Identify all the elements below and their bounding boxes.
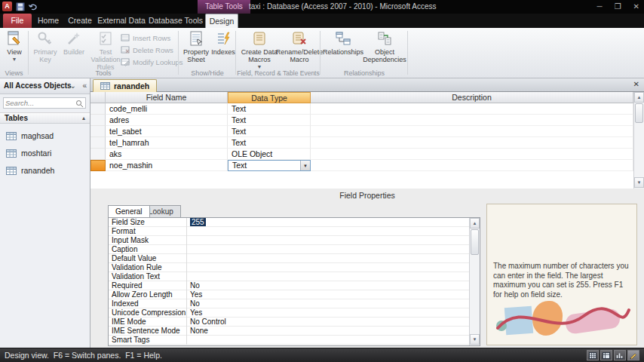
- tab-design[interactable]: Design: [205, 14, 238, 28]
- save-icon[interactable]: [16, 2, 25, 11]
- property-row[interactable]: Validation Text: [109, 272, 469, 281]
- row-selector[interactable]: [90, 115, 106, 126]
- description-cell[interactable]: [311, 103, 633, 115]
- object-dependencies-button[interactable]: Object Dependencies: [363, 30, 406, 72]
- grid-vertical-scrollbar[interactable]: ▲ ▼: [633, 92, 644, 189]
- property-row[interactable]: Allow Zero Length Yes: [109, 290, 469, 299]
- datasheet-view-button[interactable]: [587, 350, 599, 360]
- field-name-cell[interactable]: adres: [106, 115, 228, 126]
- property-value[interactable]: Yes: [188, 308, 469, 318]
- scroll-up-button[interactable]: ▲: [634, 92, 644, 103]
- property-row[interactable]: Smart Tags: [109, 336, 469, 345]
- test-validation-rules-button[interactable]: Test Validation Rules: [88, 30, 123, 72]
- row-selector[interactable]: [90, 103, 106, 115]
- column-header-data-type[interactable]: Data Type: [228, 92, 311, 103]
- view-button[interactable]: View ▼: [2, 30, 26, 72]
- property-sheet-button[interactable]: Property Sheet: [181, 30, 211, 72]
- property-value[interactable]: No: [188, 299, 469, 308]
- tab-database-tools[interactable]: Database Tools: [148, 14, 204, 28]
- field-name-cell[interactable]: noe_mashin: [106, 160, 228, 171]
- property-value[interactable]: [188, 236, 469, 245]
- property-value[interactable]: [188, 245, 469, 254]
- pivotchart-view-button[interactable]: [614, 350, 626, 360]
- field-name-cell[interactable]: tel_hamrah: [106, 137, 228, 149]
- property-value[interactable]: None: [188, 327, 469, 336]
- property-value[interactable]: No Control: [188, 318, 469, 327]
- nav-group-tables[interactable]: Tables ▴: [0, 112, 90, 124]
- description-cell[interactable]: [311, 149, 633, 160]
- rename-delete-macro-button[interactable]: Rename/Delete Macro: [281, 30, 318, 72]
- property-value[interactable]: [188, 227, 469, 236]
- field-name-cell[interactable]: aks: [106, 149, 228, 160]
- row-selector[interactable]: [90, 126, 106, 137]
- modify-lookups-button[interactable]: Modify Lookups: [121, 57, 183, 66]
- description-cell[interactable]: [311, 126, 633, 137]
- current-row-selector[interactable]: [90, 160, 106, 171]
- scrollbar-thumb[interactable]: [471, 229, 479, 255]
- property-row[interactable]: IME Sentence Mode None: [109, 327, 469, 336]
- data-type-cell[interactable]: Text: [228, 137, 311, 149]
- create-data-macros-button[interactable]: Create Data Macros ▼: [240, 30, 279, 72]
- scroll-up-button[interactable]: ▲: [470, 218, 480, 229]
- description-cell[interactable]: [311, 115, 633, 126]
- close-button[interactable]: ✕: [633, 0, 639, 14]
- scroll-down-button[interactable]: ▼: [634, 177, 644, 188]
- property-value-selected[interactable]: 255: [190, 218, 206, 226]
- delete-rows-button[interactable]: Delete Rows: [121, 45, 173, 54]
- property-value[interactable]: No: [188, 281, 469, 290]
- relationships-button[interactable]: Relationships: [324, 30, 362, 72]
- scroll-down-button[interactable]: ▼: [470, 334, 480, 345]
- property-row[interactable]: Field Size 255: [109, 218, 469, 227]
- field-name-cell[interactable]: code_melli: [106, 103, 228, 115]
- nav-item-moshtari[interactable]: moshtari: [0, 146, 90, 161]
- tab-file[interactable]: File: [3, 14, 32, 28]
- description-cell[interactable]: [311, 160, 633, 171]
- design-view-button[interactable]: [627, 350, 639, 360]
- dropdown-button[interactable]: ▼: [300, 161, 310, 170]
- property-row[interactable]: Required No: [109, 281, 469, 290]
- tab-create[interactable]: Create: [65, 14, 95, 28]
- description-cell[interactable]: [311, 137, 633, 149]
- nav-item-maghsad[interactable]: maghsad: [0, 128, 90, 143]
- property-row[interactable]: Format: [109, 227, 469, 236]
- property-value[interactable]: [188, 336, 469, 345]
- property-row[interactable]: Validation Rule: [109, 263, 469, 272]
- minimize-button[interactable]: ─: [597, 0, 603, 14]
- nav-item-ranandeh[interactable]: ranandeh: [0, 163, 90, 178]
- property-row[interactable]: IME Mode No Control: [109, 318, 469, 327]
- row-selector[interactable]: [90, 137, 106, 149]
- property-value[interactable]: [188, 263, 469, 272]
- shutter-close-icon[interactable]: «: [82, 81, 87, 90]
- search-input[interactable]: [5, 98, 75, 108]
- tab-home[interactable]: Home: [33, 14, 63, 28]
- primary-key-button[interactable]: Primary Key: [31, 30, 60, 72]
- data-type-cell[interactable]: Text: [228, 115, 311, 126]
- indexes-button[interactable]: Indexes: [212, 30, 235, 72]
- tab-external-data[interactable]: External Data: [97, 14, 146, 28]
- column-header-field-name[interactable]: Field Name: [106, 92, 228, 103]
- row-selector[interactable]: [90, 149, 106, 160]
- property-row[interactable]: Caption: [109, 245, 469, 254]
- document-tab-ranandeh[interactable]: ranandeh: [93, 79, 157, 92]
- property-row[interactable]: Indexed No: [109, 299, 469, 308]
- property-row[interactable]: Input Mask: [109, 236, 469, 245]
- chevron-down-icon[interactable]: ⌄: [70, 81, 76, 90]
- scrollbar-thumb[interactable]: [635, 103, 643, 123]
- restore-button[interactable]: ❐: [615, 0, 621, 14]
- close-document-icon[interactable]: ✕: [633, 80, 639, 88]
- property-value[interactable]: [188, 254, 469, 263]
- property-grid-scrollbar[interactable]: ▲ ▼: [469, 218, 480, 345]
- undo-icon[interactable]: [28, 2, 37, 11]
- insert-rows-button[interactable]: Insert Rows: [121, 33, 170, 42]
- nav-pane-header[interactable]: All Access Objects ⌄ «: [0, 78, 90, 94]
- tab-general[interactable]: General: [108, 205, 150, 218]
- data-type-cell[interactable]: OLE Object: [228, 149, 311, 160]
- data-type-cell[interactable]: Text: [228, 126, 311, 137]
- field-name-cell[interactable]: tel_sabet: [106, 126, 228, 137]
- property-value[interactable]: Yes: [188, 290, 469, 299]
- property-row[interactable]: Unicode Compression Yes: [109, 308, 469, 318]
- access-app-icon[interactable]: A: [2, 2, 12, 11]
- builder-button[interactable]: Builder: [61, 30, 87, 72]
- column-header-description[interactable]: Description: [311, 92, 633, 103]
- pivottable-view-button[interactable]: [600, 350, 612, 360]
